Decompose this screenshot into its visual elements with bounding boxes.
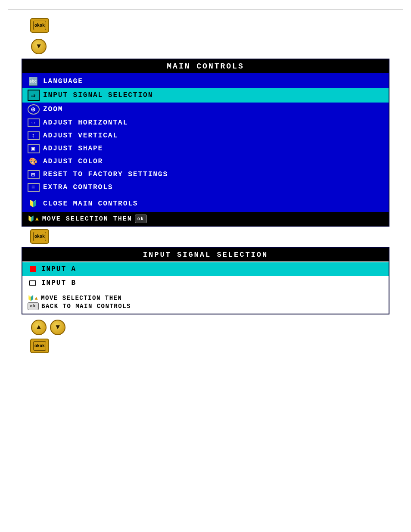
menu-item-zoom-label: ZOOM <box>43 106 63 113</box>
footer-row-1: 🔰▲ MOVE SELECTION THEN <box>28 295 383 302</box>
menu-item-extra[interactable]: ≡ EXTRA CONTROLS <box>22 181 389 194</box>
menu-item-adjust-color-label: ADJUST COLOR <box>43 158 103 165</box>
menu-item-zoom[interactable]: ⊕ ZOOM <box>22 103 389 116</box>
reset-icon: ⊞ <box>28 170 40 179</box>
input-b-item[interactable]: INPUT B <box>22 276 389 290</box>
down-arrow-button-2[interactable]: ▼ <box>50 320 65 335</box>
footer-row-2: ok BACK TO MAIN CONTROLS <box>28 302 383 310</box>
menu-item-reset-label: RESET TO FACTORY SETTINGS <box>43 171 168 178</box>
menu-item-adjust-horizontal[interactable]: ↔ ADJUST HORIZONTAL <box>22 116 389 129</box>
second-line <box>8 9 403 9</box>
extra-icon: ≡ <box>28 183 40 192</box>
menu-item-adjust-shape[interactable]: ▣ ADJUST SHAPE <box>22 142 389 155</box>
menu-item-reset[interactable]: ⊞ RESET TO FACTORY SETTINGS <box>22 168 389 181</box>
ok-button-1[interactable]: ok <box>30 18 411 33</box>
input-a-label: INPUT A <box>41 265 76 273</box>
input-signal-menu-items: INPUT A INPUT B <box>22 261 389 291</box>
input-signal-menu: INPUT SIGNAL SELECTION INPUT A INPUT B 🔰… <box>22 247 389 314</box>
input-signal-icon: ⇒ <box>28 90 40 101</box>
menu-item-close[interactable]: 🔰 CLOSE MAIN CONTROLS <box>22 197 389 210</box>
up-arrow-button[interactable]: ▲ <box>31 320 47 335</box>
menu-item-adjust-shape-label: ADJUST SHAPE <box>43 145 103 152</box>
language-icon: 🔤 <box>28 77 40 86</box>
menu-item-input-signal-label: INPUT SIGNAL SELECTION <box>43 91 153 99</box>
menu-item-input-signal[interactable]: ⇒ INPUT SIGNAL SELECTION <box>22 88 389 103</box>
red-square-icon <box>30 266 36 272</box>
footer-line2: BACK TO MAIN CONTROLS <box>41 303 131 310</box>
down-arrow-1[interactable]: ▼ <box>30 38 411 55</box>
arrows-row-bottom: ▲ ▼ <box>30 319 411 336</box>
input-a-icon <box>28 266 38 272</box>
color-icon: 🎨 <box>28 157 40 166</box>
input-b-icon <box>28 280 38 286</box>
footer-ok-badge: ok <box>135 215 147 223</box>
down-arrow-button-1[interactable]: ▼ <box>31 39 47 54</box>
menu-item-adjust-vertical-label: ADJUST VERTICAL <box>43 132 118 140</box>
ok-button-2[interactable]: ok <box>30 229 411 244</box>
nav-icons: 🔰▲ <box>28 215 40 222</box>
shape-icon: ▣ <box>28 144 40 153</box>
main-menu-footer: 🔰▲ MOVE SELECTION THEN ok <box>22 212 389 226</box>
menu-item-adjust-horizontal-label: ADJUST HORIZONTAL <box>43 119 128 127</box>
ok-button-2-btn[interactable]: ok <box>30 229 49 244</box>
input-b-label: INPUT B <box>41 279 76 287</box>
input-signal-menu-title: INPUT SIGNAL SELECTION <box>22 248 389 261</box>
input-a-item[interactable]: INPUT A <box>22 262 389 276</box>
menu-item-extra-label: EXTRA CONTROLS <box>43 184 113 191</box>
menu-item-language-label: LANGUAGE <box>43 78 83 85</box>
menu-item-close-label: CLOSE MAIN CONTROLS <box>43 200 138 208</box>
ok-button-3[interactable]: ok <box>30 339 411 353</box>
input-signal-footer: 🔰▲ MOVE SELECTION THEN ok BACK TO MAIN C… <box>22 291 389 314</box>
ok-button-3-btn[interactable]: ok <box>30 339 49 353</box>
menu-item-language[interactable]: 🔤 LANGUAGE <box>22 75 389 88</box>
footer-text: MOVE SELECTION THEN <box>42 215 132 223</box>
main-menu-items: 🔤 LANGUAGE ⇒ INPUT SIGNAL SELECTION ⊕ ZO… <box>22 73 389 212</box>
close-icon: 🔰 <box>28 199 40 208</box>
zoom-icon: ⊕ <box>28 104 40 115</box>
menu-item-adjust-vertical[interactable]: ↕ ADJUST VERTICAL <box>22 129 389 142</box>
top-line <box>82 8 329 8</box>
main-menu-title: MAIN CONTROLS <box>22 59 389 73</box>
menu-item-adjust-color[interactable]: 🎨 ADJUST COLOR <box>22 155 389 168</box>
horizontal-icon: ↔ <box>28 118 40 127</box>
monitor-icon <box>29 280 36 286</box>
footer-nav-icons: 🔰▲ <box>28 295 38 302</box>
footer-line1: MOVE SELECTION THEN <box>41 295 122 302</box>
footer-ok-badge-2: ok <box>28 302 39 310</box>
vertical-icon: ↕ <box>28 131 40 140</box>
main-menu: MAIN CONTROLS 🔤 LANGUAGE ⇒ INPUT SIGNAL … <box>22 59 389 227</box>
